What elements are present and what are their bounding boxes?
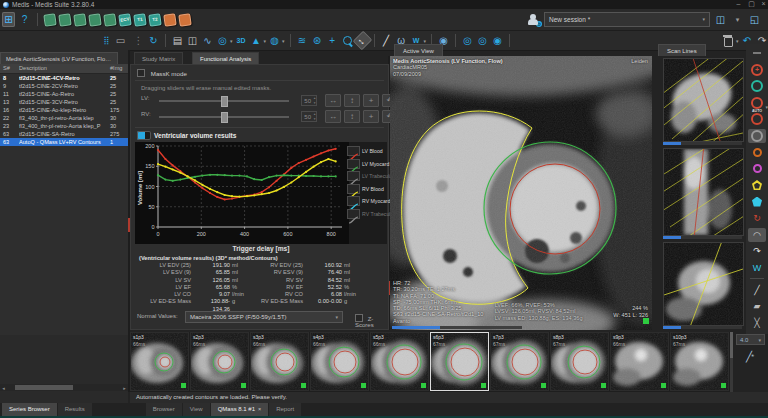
- slider-handle[interactable]: [221, 96, 228, 107]
- session-manager-icon[interactable]: ◱: [748, 12, 761, 27]
- thumbnail-s2p3[interactable]: s2p366ms: [190, 332, 249, 391]
- thumbnail-s8p3[interactable]: s8p367ms: [550, 332, 609, 391]
- active-view-image[interactable]: Medis AorticStenosis (LV Function, Flow)…: [390, 56, 652, 330]
- center-spiral-icon[interactable]: ◉: [491, 33, 504, 48]
- valve-plane-icon-caret[interactable]: ▾: [424, 38, 427, 44]
- stretch-vertical-button[interactable]: ↕: [344, 94, 360, 107]
- stretch-horizontal-button[interactable]: ↔: [325, 94, 341, 107]
- ra-contour-icon[interactable]: [748, 195, 766, 209]
- app-qplaque-icon[interactable]: [73, 13, 87, 27]
- thumbnail-s7p3[interactable]: s7p367ms: [490, 332, 549, 391]
- scan-lines-thumb-4cv[interactable]: [663, 58, 744, 142]
- qflow-icon-caret[interactable]: ▾: [230, 38, 233, 44]
- qflow-icon[interactable]: ◎: [216, 33, 229, 48]
- table-row[interactable]: 22fl3_400_thr-pl-retro-Aorta klep30: [0, 114, 128, 122]
- table-row[interactable]: 16tf2d15-CINE-Ao-klep-Retro175: [0, 106, 128, 114]
- bottom-tab-series-browser[interactable]: Series Browser: [2, 403, 57, 416]
- minimize-button[interactable]: –: [732, 0, 745, 7]
- app-qstrain-icon[interactable]: [88, 13, 102, 27]
- settings-gear-icon[interactable]: ⊛: [311, 33, 324, 48]
- reset-view-icon[interactable]: ↻: [147, 33, 160, 48]
- table-row[interactable]: 13tf2d15-CINE-3CV-Retro25: [0, 98, 128, 106]
- browser-grid-layout-icon[interactable]: ⣿: [100, 33, 113, 48]
- study-tab[interactable]: Medis AorticStenosis (LV Function, Flow)…: [0, 52, 118, 64]
- legend-item-rv-blood[interactable]: RV Blood: [347, 183, 387, 196]
- pin-icon[interactable]: ×: [258, 406, 261, 412]
- tab-functional-analysis[interactable]: Functional Analysis: [192, 52, 259, 64]
- table-row[interactable]: 8tf2d15-CINE-4CV-Retro25: [0, 74, 128, 82]
- app-qmap-ecv-icon[interactable]: ECV: [118, 13, 132, 27]
- expand-button[interactable]: +: [363, 94, 379, 107]
- select-tool-icon[interactable]: ↔: [352, 31, 372, 51]
- center-point-icon[interactable]: ◎: [461, 33, 474, 48]
- delete-contour-icon[interactable]: ╳: [748, 316, 766, 330]
- thumbnail-s9p3[interactable]: s9p366ms: [610, 332, 669, 391]
- app-orange-2-icon[interactable]: [178, 13, 192, 27]
- table-row[interactable]: 9tf2d15-CINE-2CV-Retro25: [0, 82, 128, 90]
- magic-wand-icon[interactable]: ╱: [742, 350, 756, 364]
- window-layout-caret-icon[interactable]: ▾: [731, 12, 744, 27]
- scan-thumb-1-scrollbar[interactable]: [663, 142, 742, 145]
- stack-layers-icon[interactable]: ≋: [296, 33, 309, 48]
- curve-display-icon[interactable]: ∿: [201, 33, 214, 48]
- table-row[interactable]: 23fl3_400_thr-pl-retro-Aorta klep_P30: [0, 122, 128, 130]
- panel-collapse-handle[interactable]: [748, 46, 766, 60]
- spinbox-arrows-icon[interactable]: ▴▾: [314, 112, 316, 122]
- scrollbar-thumb[interactable]: [15, 385, 73, 390]
- app-qmass-icon[interactable]: [58, 13, 72, 27]
- series-browser-toggle-icon[interactable]: ⊞: [2, 12, 15, 27]
- slider-spinbox[interactable]: 50▴▾: [301, 95, 317, 106]
- tab-study-matrix[interactable]: Study Matrix: [134, 52, 183, 64]
- refresh-contours-icon[interactable]: ↻: [748, 211, 766, 225]
- bottom-tab-results[interactable]: Results: [58, 403, 92, 416]
- eraser-tool-icon[interactable]: ▰: [748, 299, 766, 313]
- scan-thumb-3-scrollbar[interactable]: [663, 326, 742, 329]
- rv-epi-contour-icon[interactable]: [748, 162, 766, 176]
- legend-item-rv-myocard[interactable]: RV Myocard: [347, 195, 387, 208]
- split-view-icon[interactable]: ◫: [186, 33, 199, 48]
- table-row[interactable]: 11tf2d15-CINE-Ao-Retro25: [0, 90, 128, 98]
- spinbox-arrows-icon[interactable]: ▴▾: [314, 96, 316, 106]
- scroll-right-arrow-icon[interactable]: ▸: [121, 385, 128, 391]
- la-contour-icon[interactable]: [748, 178, 766, 192]
- chart-toggle-icon[interactable]: [137, 131, 151, 140]
- table-row[interactable]: 63AutoQ - QMass LV+RV Contours1: [0, 138, 128, 146]
- view-3d-icon[interactable]: 3D: [235, 33, 248, 48]
- lv-epi-contour-icon[interactable]: [748, 129, 766, 143]
- valve-tool-icon[interactable]: W: [748, 261, 766, 275]
- table-row[interactable]: 63tf2d15-CINE-SA-Retro275: [0, 130, 128, 138]
- study-matrix-icon[interactable]: ▤: [171, 33, 184, 48]
- scan-lines-thumb-sax[interactable]: [663, 242, 744, 326]
- legend-item-lv-blood[interactable]: LV Blood: [347, 145, 387, 158]
- rv-endo-contour-icon[interactable]: [748, 145, 766, 159]
- expand-button[interactable]: +: [363, 110, 379, 123]
- line-tool-icon[interactable]: ╱: [380, 33, 393, 48]
- app-q4dflow-icon[interactable]: [103, 13, 117, 27]
- session-combobox[interactable]: New session * ▾: [544, 12, 710, 27]
- scroll-left-arrow-icon[interactable]: ◂: [0, 385, 7, 391]
- normal-values-select[interactable]: Maceira 2006 SSFP (F/50-59y/1.5T) ▾: [185, 311, 343, 323]
- browser-list-layout-icon[interactable]: ▭: [114, 33, 127, 48]
- lv-endo-contour-icon[interactable]: [748, 112, 766, 126]
- toolbar-drag-handle[interactable]: ⋮: [132, 33, 145, 48]
- slider-handle[interactable]: [221, 112, 228, 123]
- flip-rotate-icon[interactable]: ↷: [748, 244, 766, 258]
- bottom-tab-report[interactable]: Report: [269, 403, 301, 416]
- app-qflow-icon[interactable]: [43, 13, 57, 27]
- column-header-img[interactable]: #Img: [110, 64, 128, 73]
- thumbnail-s1p3[interactable]: s1p366ms: [130, 332, 189, 391]
- mask-mode-checkbox[interactable]: [137, 69, 145, 77]
- window-layout-icon[interactable]: ◫: [714, 12, 727, 27]
- app-qmap-t1-icon[interactable]: T1: [133, 13, 147, 27]
- scan-lines-thumb-lvot[interactable]: [663, 148, 744, 236]
- detect-epi-icon[interactable]: [748, 79, 766, 93]
- cone-view-icon-caret[interactable]: ▾: [264, 38, 267, 44]
- arc-tool-icon[interactable]: ◠: [748, 228, 766, 242]
- pan-icon[interactable]: +: [326, 33, 339, 48]
- thumbnail-scrollbar[interactable]: [730, 332, 733, 392]
- delete-icon-caret[interactable]: ▾: [736, 38, 739, 44]
- bottom-tab-qmass-8-1--1[interactable]: QMass 8.1 #1×: [211, 403, 269, 416]
- globe-view-icon[interactable]: ◍: [268, 33, 281, 48]
- volume-chart[interactable]: 0501001502000200400600800Volume [ml]: [135, 142, 349, 244]
- thumbnail-s3p3[interactable]: s3p366ms: [250, 332, 309, 391]
